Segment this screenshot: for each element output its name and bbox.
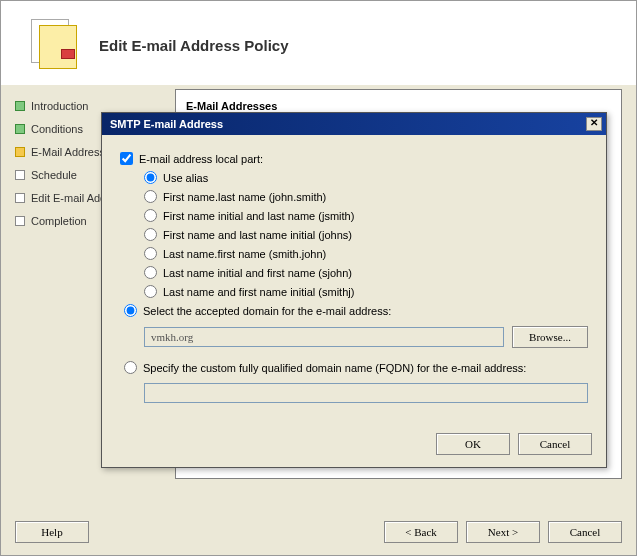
section-title: E-Mail Addresses	[186, 100, 611, 112]
first-linitial-radio[interactable]	[144, 228, 157, 241]
select-accepted-domain-row: Select the accepted domain for the e-mai…	[120, 301, 588, 320]
dialog-cancel-button[interactable]: Cancel	[518, 433, 592, 455]
browse-button[interactable]: Browse...	[512, 326, 588, 348]
back-button[interactable]: < Back	[384, 521, 458, 543]
fqdn-input-row	[120, 383, 588, 403]
dialog-buttons: OK Cancel	[102, 423, 606, 467]
fqdn-input[interactable]	[144, 383, 588, 403]
wizard-title: Edit E-mail Address Policy	[99, 37, 289, 54]
wizard-window: Edit E-mail Address Policy Introduction …	[0, 0, 637, 556]
specify-fqdn-row: Specify the custom fully qualified domai…	[120, 358, 588, 377]
domain-input-row: Browse...	[120, 326, 588, 348]
step-pending-icon	[15, 170, 25, 180]
wizard-header: Edit E-mail Address Policy	[1, 1, 636, 85]
local-part-label: E-mail address local part:	[139, 153, 263, 165]
linitial-first-radio[interactable]	[144, 266, 157, 279]
accepted-domain-input[interactable]	[144, 327, 504, 347]
step-active-icon	[15, 147, 25, 157]
next-button[interactable]: Next >	[466, 521, 540, 543]
local-part-option-use-alias: Use alias	[120, 168, 588, 187]
use-alias-radio[interactable]	[144, 171, 157, 184]
ok-button[interactable]: OK	[436, 433, 510, 455]
first-last-radio[interactable]	[144, 190, 157, 203]
step-pending-icon	[15, 216, 25, 226]
finitial-last-radio[interactable]	[144, 209, 157, 222]
dialog-body: E-mail address local part: Use alias Fir…	[102, 135, 606, 423]
last-finitial-radio[interactable]	[144, 285, 157, 298]
last-first-radio[interactable]	[144, 247, 157, 260]
dialog-titlebar[interactable]: SMTP E-mail Address ✕	[102, 113, 606, 135]
dialog-title: SMTP E-mail Address	[110, 118, 586, 130]
smtp-email-address-dialog: SMTP E-mail Address ✕ E-mail address loc…	[101, 112, 607, 468]
local-part-option-last-finitial: Last name and first name initial (smithj…	[120, 282, 588, 301]
local-part-option-last-first: Last name.first name (smith.john)	[120, 244, 588, 263]
mail-policy-icon	[31, 19, 79, 71]
local-part-checkbox-row: E-mail address local part:	[120, 149, 588, 168]
local-part-option-first-linitial: First name and last name initial (johns)	[120, 225, 588, 244]
cancel-button[interactable]: Cancel	[548, 521, 622, 543]
step-done-icon	[15, 101, 25, 111]
help-button[interactable]: Help	[15, 521, 89, 543]
local-part-option-linitial-first: Last name initial and first name (sjohn)	[120, 263, 588, 282]
local-part-option-finitial-last: First name initial and last name (jsmith…	[120, 206, 588, 225]
step-done-icon	[15, 124, 25, 134]
step-pending-icon	[15, 193, 25, 203]
wizard-buttons: Help < Back Next > Cancel	[1, 521, 636, 543]
close-icon[interactable]: ✕	[586, 117, 602, 131]
select-accepted-radio[interactable]	[124, 304, 137, 317]
local-part-option-first-last: First name.last name (john.smith)	[120, 187, 588, 206]
specify-fqdn-radio[interactable]	[124, 361, 137, 374]
local-part-checkbox[interactable]	[120, 152, 133, 165]
